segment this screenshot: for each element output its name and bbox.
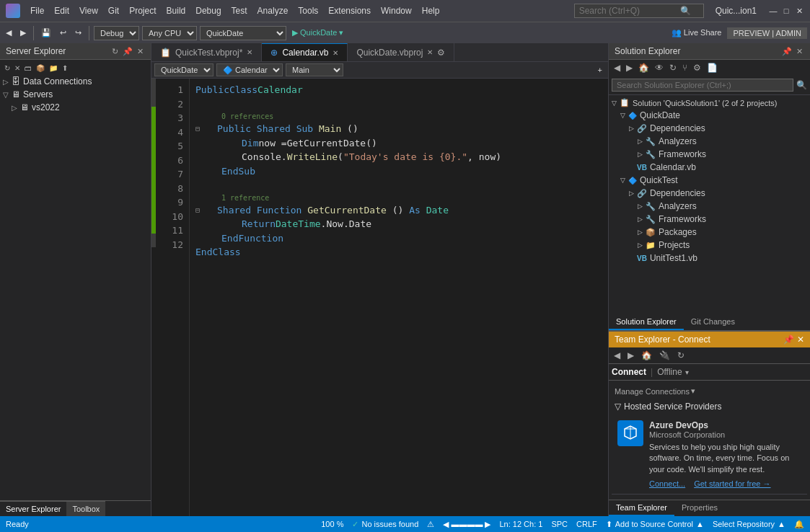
menu-edit[interactable]: Edit: [50, 4, 74, 17]
tab-calendar-vb[interactable]: ⊕ Calendar.vb ✕: [262, 43, 348, 61]
sol-git-btn[interactable]: ⑂: [680, 61, 690, 74]
te-connect-btn[interactable]: 🔌: [657, 349, 672, 362]
sol-home-btn[interactable]: 🏠: [636, 61, 651, 74]
minimize-button[interactable]: —: [768, 6, 778, 16]
member-dropdown[interactable]: Main: [286, 63, 343, 76]
sol-refresh-btn[interactable]: ↻: [667, 61, 679, 74]
notification-icon[interactable]: 🔔: [794, 520, 804, 529]
settings-icon[interactable]: ⚙: [437, 48, 445, 58]
startup-project-dropdown[interactable]: QuickDate: [200, 26, 286, 40]
close-icon[interactable]: ✕: [247, 48, 252, 56]
menu-analyze[interactable]: Analyze: [253, 4, 293, 17]
manage-connections-btn[interactable]: Manage Connections ▾: [612, 384, 807, 399]
toolbox-tab[interactable]: Toolbox: [66, 501, 105, 516]
section-arrow[interactable]: ▽: [615, 402, 621, 412]
te-back-btn[interactable]: ◀: [612, 349, 622, 362]
sol-unittest-vb[interactable]: ▷ VB UnitTest1.vb: [609, 252, 810, 265]
live-share-button[interactable]: 👥 Live Share: [669, 27, 725, 39]
sol-quickdate-item[interactable]: ▽ 🔷 QuickDate: [609, 109, 810, 122]
start-button[interactable]: ▶ QuickDate ▾: [289, 27, 346, 39]
sol-analyzers-2[interactable]: ▷ 🔧 Analyzers: [609, 200, 810, 213]
title-search-input[interactable]: [579, 6, 680, 16]
menu-git[interactable]: Git: [104, 4, 123, 17]
solution-explorer-tab[interactable]: Solution Explorer: [609, 314, 684, 330]
back-button[interactable]: ◀: [3, 27, 14, 39]
no-issues-status[interactable]: ✓ No issues found: [352, 520, 418, 529]
sol-projects[interactable]: ▷ 📁 Projects: [609, 239, 810, 252]
sol-quickdate-deps[interactable]: ▷ 🔗 Dependencies: [609, 122, 810, 135]
add-to-source-control-btn[interactable]: ⬆ Add to Source Control ▲: [606, 520, 704, 529]
refresh-icon[interactable]: ↻: [110, 47, 120, 56]
menu-window[interactable]: Window: [377, 4, 416, 17]
connect-link[interactable]: Connect...: [649, 479, 685, 488]
tree-item-data-connections[interactable]: ▷ 🗄 Data Connections: [0, 75, 151, 88]
tree-item-refresh[interactable]: ↻ ✕ 🗃 📦 📁 ⬆: [0, 61, 151, 75]
undo-button[interactable]: ↩: [57, 27, 69, 39]
menu-view[interactable]: View: [75, 4, 102, 17]
crlf-status[interactable]: CRLF: [576, 520, 597, 528]
close-icon[interactable]: ✕: [427, 48, 433, 56]
fold-marker[interactable]: ⊟: [195, 123, 200, 134]
pin-icon[interactable]: 📌: [780, 47, 793, 56]
menu-debug[interactable]: Debug: [191, 4, 225, 17]
diagnostics-icon[interactable]: ⚠: [427, 520, 434, 529]
sol-frameworks-1[interactable]: ▷ 🔧 Frameworks: [609, 148, 810, 161]
title-search-box[interactable]: 🔍: [574, 4, 704, 18]
solution-search-input[interactable]: [612, 79, 793, 92]
tree-item-servers[interactable]: ▽ 🖥 Servers: [0, 88, 151, 101]
tree-item-vs2022[interactable]: ▷ 🖥 vs2022: [0, 101, 151, 114]
close-icon[interactable]: ✕: [797, 334, 804, 345]
sol-frameworks-2[interactable]: ▷ 🔧 Frameworks: [609, 213, 810, 226]
sol-analyzers-1[interactable]: ▷ 🔧 Analyzers: [609, 135, 810, 148]
sol-back-btn[interactable]: ◀: [612, 61, 622, 74]
menu-file[interactable]: File: [26, 4, 48, 17]
sol-packages[interactable]: ▷ 📦 Packages: [609, 226, 810, 239]
fold-marker[interactable]: ⊟: [195, 205, 200, 216]
connect-dropdown-icon[interactable]: ▾: [685, 368, 689, 376]
forward-button[interactable]: ▶: [17, 27, 29, 39]
close-icon[interactable]: ✕: [333, 49, 338, 57]
te-home-btn[interactable]: 🏠: [639, 349, 654, 362]
sol-solution-item[interactable]: ▽ 📋 Solution 'QuickSolution1' (2 of 2 pr…: [609, 97, 810, 109]
tab-quicktest-vbproj[interactable]: 📋 QuickTest.vbproj* ✕: [151, 43, 262, 61]
menu-tools[interactable]: Tools: [294, 4, 322, 17]
sol-quicktest-deps[interactable]: ▷ 🔗 Dependencies: [609, 187, 810, 200]
select-repository-label: Select Repository: [713, 520, 775, 528]
pin-icon[interactable]: 📌: [783, 334, 794, 345]
save-all-button[interactable]: 💾: [38, 27, 54, 39]
preview-admin-button[interactable]: PREVIEW | ADMIN: [727, 27, 807, 39]
menu-build[interactable]: Build: [162, 4, 190, 17]
add-code-btn[interactable]: +: [595, 63, 605, 76]
close-button[interactable]: ✕: [794, 6, 804, 16]
menu-project[interactable]: Project: [125, 4, 160, 17]
server-explorer-tab[interactable]: Server Explorer: [0, 501, 66, 516]
pin-icon[interactable]: 📌: [121, 47, 134, 56]
properties-tab[interactable]: Properties: [674, 500, 725, 516]
class-dropdown[interactable]: 🔷 Calendar: [216, 63, 283, 76]
zoom-level[interactable]: 100 %: [321, 520, 343, 528]
tab-quickdate-vbproj[interactable]: QuickDate.vbproj ✕ ⚙: [348, 43, 454, 61]
menu-test[interactable]: Test: [227, 4, 252, 17]
team-explorer-tab[interactable]: Team Explorer: [609, 500, 674, 516]
sol-props-btn[interactable]: ⚙: [691, 61, 703, 74]
platform-dropdown[interactable]: Any CPU: [142, 26, 197, 40]
sol-quicktest-item[interactable]: ▽ 🔷 QuickTest: [609, 174, 810, 187]
menu-help[interactable]: Help: [418, 4, 444, 17]
redo-button[interactable]: ↪: [72, 27, 84, 39]
code-content[interactable]: Public Class Calendar 0 references ⊟ Pub…: [190, 79, 608, 516]
sol-preview-btn[interactable]: 📄: [705, 61, 720, 74]
get-started-link[interactable]: Get started for free →: [694, 479, 770, 488]
git-changes-tab[interactable]: Git Changes: [684, 314, 742, 330]
namespace-dropdown[interactable]: QuickDate: [154, 63, 213, 76]
close-panel-icon[interactable]: ✕: [136, 47, 145, 56]
build-config-dropdown[interactable]: Debug: [94, 26, 139, 40]
te-refresh-btn[interactable]: ↻: [675, 349, 687, 362]
sol-calendar-vb[interactable]: ▷ VB Calendar.vb: [609, 161, 810, 174]
sol-fwd-btn[interactable]: ▶: [624, 61, 635, 74]
close-icon[interactable]: ✕: [795, 47, 804, 56]
menu-extensions[interactable]: Extensions: [324, 4, 375, 17]
select-repository-btn[interactable]: Select Repository ▲: [713, 520, 785, 528]
te-fwd-btn[interactable]: ▶: [625, 349, 636, 362]
maximize-button[interactable]: □: [781, 6, 791, 16]
sol-show-all-btn[interactable]: 👁: [653, 61, 666, 74]
